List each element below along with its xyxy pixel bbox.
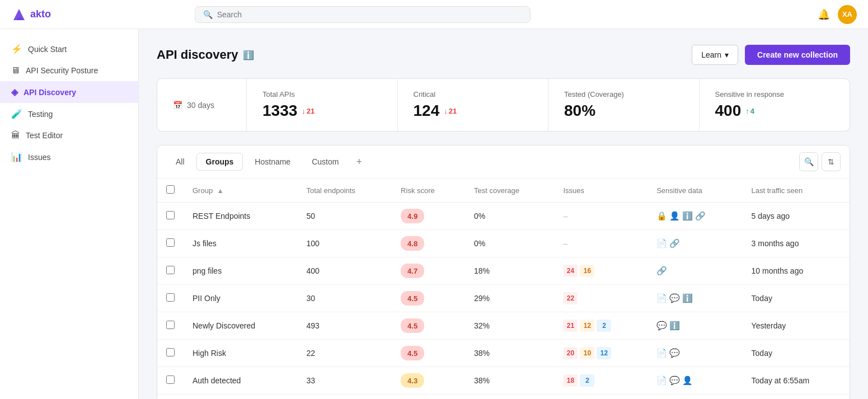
stat-sensitive: Sensitive in response 400 ↑ 4 [700,79,850,131]
sensitive-value: 400 ↑ 4 [715,102,834,120]
sensitive-label: Sensitive in response [715,90,834,98]
row-issues: 22 [554,285,648,312]
chevron-down-icon: ▾ [725,50,729,59]
sensitive-delta: ↑ 4 [745,107,754,115]
issues-icon: 📊 [11,152,22,162]
tab-all[interactable]: All [166,153,194,171]
info-icon: ℹ️ [669,321,680,331]
user-icon: 👤 [682,375,693,386]
row-checkbox[interactable] [166,266,175,274]
notification-bell-icon[interactable]: 🔔 [818,8,830,21]
lock-icon: 🔒 [656,211,667,221]
row-checkbox[interactable] [166,348,175,356]
issue-badge: 12 [580,320,594,332]
sidebar-item-test-editor[interactable]: 🏛 Test Editor [0,125,138,146]
risk-badge: 4.8 [401,236,424,251]
row-checkbox[interactable] [166,238,175,247]
tabs-actions: 🔍 ⇅ [799,152,841,171]
tab-add-button[interactable]: + [350,153,368,171]
row-test-coverage: 32% [465,312,554,340]
link-icon: 🔗 [695,211,706,221]
tab-hostname[interactable]: Hostname [245,153,300,171]
tested-label: Tested (Coverage) [564,90,683,98]
row-test-coverage: 18% [465,257,554,285]
row-last-traffic: Yesterday [743,312,850,340]
search-filter-button[interactable]: 🔍 [799,152,818,171]
row-group-name[interactable]: High Risk [184,340,297,367]
row-group-name[interactable]: Newly Discovered [184,312,297,340]
critical-value: 124 ↓ 21 [414,102,533,120]
row-risk-score: 4.5 [392,340,465,367]
sidebar-item-quick-start[interactable]: ⚡ Quick Start [0,38,138,60]
row-group-name[interactable]: REST Endpoints [184,203,297,230]
date-range-label: 30 days [187,101,214,110]
sort-button[interactable]: ⇅ [822,152,841,171]
testing-icon: 🧪 [11,109,22,119]
info-icon: ℹ️ [682,211,693,221]
doc-icon: 📄 [656,348,667,358]
total-apis-value: 1333 ↓ 21 [262,102,382,120]
search-bar[interactable]: 🔍 [195,6,531,23]
row-group-name[interactable]: PII Only [184,285,297,312]
chat-icon: 💬 [656,321,667,331]
create-collection-button[interactable]: Create new collection [745,45,850,65]
tabs-row: All Groups Hostname Custom + [166,153,368,171]
sidebar-item-api-security-posture[interactable]: 🖥 API Security Posture [0,60,138,81]
row-issues: 21122 [554,312,648,340]
row-issues: 168 [554,395,648,400]
row-checkbox[interactable] [166,211,175,219]
search-icon: 🔍 [203,10,213,19]
row-risk-score: 4.9 [392,203,465,230]
api-discovery-icon: ◈ [11,87,18,97]
test-editor-icon: 🏛 [11,130,20,140]
risk-badge: 4.5 [401,346,424,360]
sidebar-item-label: Quick Start [28,45,67,54]
row-sensitive-data: 🔒👤ℹ️🔗 [648,203,742,230]
issue-badge: 10 [580,347,594,359]
stat-critical: Critical 124 ↓ 21 [398,79,549,131]
tab-custom[interactable]: Custom [302,153,348,171]
row-checkbox[interactable] [166,375,175,384]
sidebar: ⚡ Quick Start 🖥 API Security Posture ◈ A… [0,29,139,399]
logo[interactable]: akto [11,7,51,22]
tab-groups[interactable]: Groups [196,153,243,171]
learn-button[interactable]: Learn ▾ [692,45,738,65]
row-test-coverage: 38% [465,367,554,395]
page-info-icon[interactable]: ℹ️ [243,50,254,60]
header-test-coverage: Test coverage [465,179,554,203]
issue-badge: 24 [563,265,578,277]
row-group-name[interactable]: Public only [184,395,297,400]
risk-badge: 4.3 [401,373,424,388]
sidebar-item-testing[interactable]: 🧪 Testing [0,103,138,125]
header-sensitive-data: Sensitive data [648,179,742,203]
header-issues: Issues [554,179,648,203]
select-all-checkbox[interactable] [166,185,175,194]
row-group-name[interactable]: Js files [184,230,297,257]
stat-date-card: 📅 30 days [157,79,247,131]
row-endpoints: 50 [297,203,392,230]
sidebar-item-api-discovery[interactable]: ◈ API Discovery [0,81,138,103]
row-endpoints: 22 [297,340,392,367]
api-security-icon: 🖥 [11,65,20,76]
row-test-coverage: 38% [465,340,554,367]
user-icon: 👤 [669,211,680,221]
navbar: akto 🔍 🔔 XA [0,0,868,29]
table-row: REST Endpoints504.90%–🔒👤ℹ️🔗5 days ago [157,203,850,230]
header-total-endpoints: Total endpoints [297,179,392,203]
header-risk-score: Risk score [392,179,465,203]
search-input[interactable] [217,10,522,19]
issue-badge: 22 [563,292,578,304]
sidebar-item-issues[interactable]: 📊 Issues [0,146,138,168]
avatar[interactable]: XA [838,5,857,24]
row-group-name[interactable]: png files [184,257,297,285]
row-test-coverage: 0% [465,230,554,257]
row-sensitive-data: 💬ℹ️ [648,312,742,340]
row-checkbox[interactable] [166,321,175,329]
table-row: High Risk224.538%201012📄💬Today [157,340,850,367]
row-sensitive-data: 📄👤🔒 [648,395,742,400]
row-checkbox[interactable] [166,293,175,302]
doc-icon: 📄 [656,375,667,386]
row-sensitive-data: 📄🔗 [648,230,742,257]
row-group-name[interactable]: Auth detected [184,367,297,395]
row-endpoints: 493 [297,395,392,400]
